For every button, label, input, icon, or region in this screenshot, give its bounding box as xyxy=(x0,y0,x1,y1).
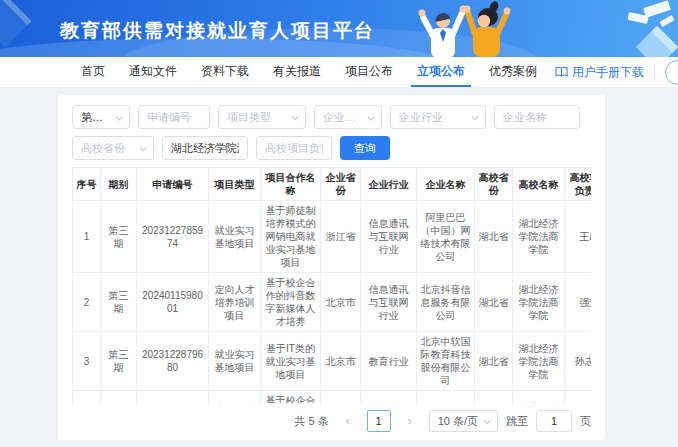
nav-tab-excellent-cases[interactable]: 优秀案例 xyxy=(483,57,543,87)
nav-tab-home[interactable]: 首页 xyxy=(75,57,111,87)
cell-college-name: 湖北经济学院法商学院 xyxy=(513,273,565,332)
col-header-college-name: 高校名称 xyxy=(513,168,565,201)
cell-company-province: 北京市 xyxy=(321,391,361,404)
projects-table: 序号 期别 申请编号 项目类型 项目合作名称 企业省份 企业行业 企业名称 高校… xyxy=(72,167,591,403)
col-header-company-name: 企业名称 xyxy=(417,168,475,201)
page-size-select[interactable]: 10 条/页 xyxy=(429,410,498,432)
cell-period: 第三期 xyxy=(101,273,137,332)
page-number-button[interactable]: 1 xyxy=(367,410,391,432)
cell-period: 第三期 xyxy=(101,391,137,404)
chevron-down-icon xyxy=(116,113,123,120)
total-count-label: 共 5 条 xyxy=(294,414,328,429)
cell-period: 第三期 xyxy=(101,201,137,273)
chevron-down-icon xyxy=(140,144,147,151)
cell-index: 4 xyxy=(73,391,101,404)
cell-application-no: 2024011513410 xyxy=(137,391,209,404)
cell-college-province: 湖北省 xyxy=(475,273,513,332)
filter-row-1: 第三期 项目类型 企业省份 企业行业 xyxy=(72,105,591,129)
cell-project-type: 定向人才培养培训项目 xyxy=(209,391,261,404)
page-suffix-label: 页 xyxy=(580,414,591,429)
cell-company-industry: 信息通讯与互联网行业 xyxy=(361,201,417,273)
company-province-select[interactable]: 企业省份 xyxy=(314,105,382,129)
pagination-bar: 共 5 条 ‹ 1 › 10 条/页 跳至 页 xyxy=(72,410,591,432)
col-header-college-leader: 高校项目负责人 xyxy=(565,168,592,201)
cell-project-type: 就业实习基地项目 xyxy=(209,332,261,391)
college-name-input[interactable] xyxy=(162,136,248,160)
table-row: 3 第三期 2023122879680 就业实习基地项目 基于IT类的就业实习基… xyxy=(73,332,592,391)
jump-page-input[interactable] xyxy=(536,410,572,432)
application-number-input[interactable] xyxy=(138,105,210,129)
chevron-down-icon xyxy=(292,113,299,120)
chevron-down-icon xyxy=(368,113,375,120)
page-content: 第三期 项目类型 企业省份 企业行业 高校省份 xyxy=(0,88,678,447)
cell-college-province: 湖北省 xyxy=(475,201,513,273)
header-banner: 教育部供需对接就业育人项目平台 xyxy=(0,0,678,57)
col-header-index: 序号 xyxy=(73,168,101,201)
jump-to-label: 跳至 xyxy=(506,414,528,429)
cell-project-name: 基于校企合作的数字营销定向人才培养项目 xyxy=(261,391,321,404)
cell-project-name: 基于师徒制培养模式的网销电商就业实习基地项目 xyxy=(261,201,321,273)
nav-tab-project-announcement[interactable]: 项目公布 xyxy=(339,57,399,87)
filter-row-2: 高校省份 查询 xyxy=(72,136,591,160)
cube-decoration-left xyxy=(0,0,32,48)
cell-company-industry: 教育行业 xyxy=(361,332,417,391)
nav-tab-approved-projects[interactable]: 立项公布 xyxy=(411,57,471,87)
company-name-input[interactable] xyxy=(494,105,580,129)
table-row: 4 第三期 2024011513410 定向人才培养培训项目 基于校企合作的数字… xyxy=(73,391,592,404)
cell-company-name: 阿里巴巴（中国）网络技术有限公司 xyxy=(417,201,475,273)
cell-college-name: 湖北经济学院法商学院 xyxy=(513,391,565,404)
cell-application-no: 2024011598001 xyxy=(137,273,209,332)
login-button[interactable]: 登录 xyxy=(665,60,678,85)
user-manual-download-link[interactable]: 用户手册下载 xyxy=(555,64,644,81)
cell-college-leader: 强芳 xyxy=(565,273,592,332)
chevron-down-icon xyxy=(484,417,491,424)
cell-project-type: 定向人才培养培训项目 xyxy=(209,273,261,332)
cell-company-province: 浙江省 xyxy=(321,201,361,273)
period-select[interactable]: 第三期 xyxy=(72,105,130,129)
college-province-select[interactable]: 高校省份 xyxy=(72,136,154,160)
company-industry-select[interactable]: 企业行业 xyxy=(390,105,486,129)
approved-projects-card: 第三期 项目类型 企业省份 企业行业 高校省份 xyxy=(58,95,605,440)
nav-tab-reports[interactable]: 有关报道 xyxy=(267,57,327,87)
cell-company-name: 北京抖音信息服务有限公司 xyxy=(417,273,475,332)
cell-project-name: 基于IT类的就业实习基地项目 xyxy=(261,332,321,391)
cube-decoration-right xyxy=(636,26,678,57)
cell-company-province: 北京市 xyxy=(321,273,361,332)
col-header-period: 期别 xyxy=(101,168,137,201)
cell-college-leader: 王昂 xyxy=(565,201,592,273)
page-size-value: 10 条/页 xyxy=(438,414,478,429)
cell-company-province: 北京市 xyxy=(321,332,361,391)
divider xyxy=(654,65,655,79)
cell-application-no: 2023122785974 xyxy=(137,201,209,273)
table-header-row: 序号 期别 申请编号 项目类型 项目合作名称 企业省份 企业行业 企业名称 高校… xyxy=(73,168,592,201)
college-leader-input[interactable] xyxy=(256,136,332,160)
table-row: 1 第三期 2023122785974 就业实习基地项目 基于师徒制培养模式的网… xyxy=(73,201,592,273)
col-header-company-province: 企业省份 xyxy=(321,168,361,201)
book-icon xyxy=(555,66,568,78)
projects-table-wrap: 序号 期别 申请编号 项目类型 项目合作名称 企业省份 企业行业 企业名称 高校… xyxy=(72,167,591,403)
cell-index: 3 xyxy=(73,332,101,391)
cell-company-name: 谷歌信息技术（中国）有限公司 xyxy=(417,391,475,404)
nav-tab-notices[interactable]: 通知文件 xyxy=(123,57,183,87)
cell-college-name: 湖北经济学院法商学院 xyxy=(513,332,565,391)
cell-college-province: 湖北省 xyxy=(475,391,513,404)
cell-project-name: 基于校企合作的抖音数字新媒体人才培养 xyxy=(261,273,321,332)
cell-college-leader: 曾浦钧 xyxy=(565,391,592,404)
project-type-select[interactable]: 项目类型 xyxy=(218,105,306,129)
cell-company-industry: 信息通讯与互联网行业 xyxy=(361,273,417,332)
search-button[interactable]: 查询 xyxy=(340,136,390,160)
col-header-project-name: 项目合作名称 xyxy=(261,168,321,201)
table-row: 2 第三期 2024011598001 定向人才培养培训项目 基于校企合作的抖音… xyxy=(73,273,592,332)
cell-college-leader: 孙志梅 xyxy=(565,332,592,391)
cell-index: 2 xyxy=(73,273,101,332)
manual-link-label: 用户手册下载 xyxy=(572,64,644,81)
col-header-college-province: 高校省份 xyxy=(475,168,513,201)
nav-tab-downloads[interactable]: 资料下载 xyxy=(195,57,255,87)
papers-decoration xyxy=(608,0,678,57)
col-header-project-type: 项目类型 xyxy=(209,168,261,201)
cell-college-province: 湖北省 xyxy=(475,332,513,391)
next-page-button[interactable]: › xyxy=(399,410,421,432)
platform-title: 教育部供需对接就业育人项目平台 xyxy=(60,18,375,44)
cell-company-name: 北京中软国际教育科技股份有限公司 xyxy=(417,332,475,391)
prev-page-button[interactable]: ‹ xyxy=(337,410,359,432)
